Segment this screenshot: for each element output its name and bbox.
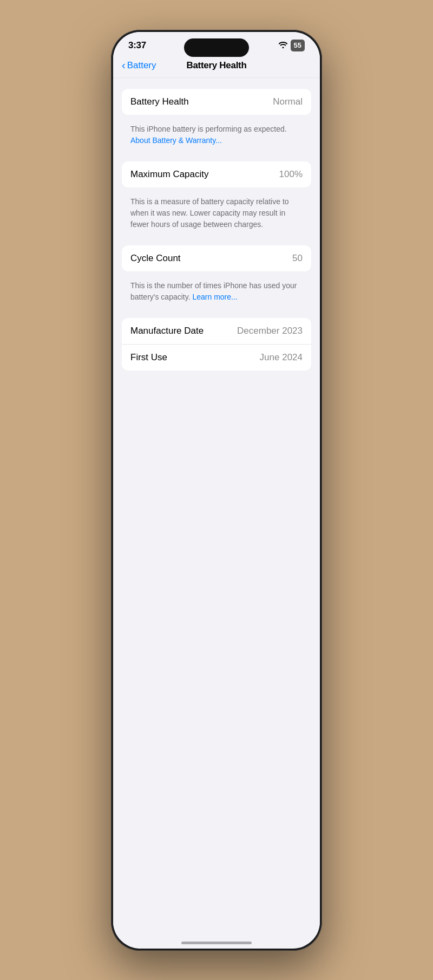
first-use-row: First Use June 2024 — [122, 344, 311, 371]
content-area: Battery Health Normal This iPhone batter… — [113, 78, 320, 935]
maximum-capacity-info-text: This is a measure of battery capacity re… — [130, 197, 289, 229]
page-title: Battery Health — [165, 60, 268, 71]
battery-health-label: Battery Health — [130, 96, 189, 107]
maximum-capacity-row: Maximum Capacity 100% — [122, 161, 311, 187]
dates-card: Manufacture Date December 2023 First Use… — [122, 318, 311, 371]
first-use-label: First Use — [130, 352, 167, 363]
phone-frame: 3:37 55 ‹ Battery Battery Health — [111, 30, 322, 951]
wifi-icon — [279, 41, 287, 50]
status-time: 3:37 — [128, 40, 146, 51]
maximum-capacity-value: 100% — [279, 169, 303, 180]
cycle-count-info: This is the number of times iPhone has u… — [122, 276, 311, 309]
nav-header: ‹ Battery Battery Health — [113, 56, 320, 78]
chevron-left-icon: ‹ — [122, 60, 126, 70]
battery-warranty-link[interactable]: About Battery & Warranty... — [130, 136, 222, 145]
maximum-capacity-label: Maximum Capacity — [130, 169, 209, 180]
phone-screen: 3:37 55 ‹ Battery Battery Health — [113, 32, 320, 949]
learn-more-link[interactable]: Learn more... — [192, 293, 237, 301]
battery-percentage: 55 — [291, 40, 305, 51]
battery-health-info: This iPhone battery is performing as exp… — [122, 119, 311, 153]
cycle-count-value: 50 — [292, 253, 303, 264]
battery-health-value: Normal — [273, 96, 303, 107]
first-use-value: June 2024 — [260, 352, 303, 363]
maximum-capacity-info: This is a measure of battery capacity re… — [122, 192, 311, 237]
battery-health-info-text: This iPhone battery is performing as exp… — [130, 125, 287, 133]
dynamic-island — [184, 38, 249, 57]
back-button[interactable]: ‹ Battery — [122, 60, 165, 71]
battery-health-card: Battery Health Normal — [122, 89, 311, 115]
cycle-count-card: Cycle Count 50 — [122, 245, 311, 271]
cycle-count-row: Cycle Count 50 — [122, 245, 311, 271]
home-indicator — [181, 942, 252, 944]
status-right: 55 — [279, 40, 305, 51]
manufacture-date-row: Manufacture Date December 2023 — [122, 318, 311, 344]
manufacture-date-value: December 2023 — [237, 326, 303, 336]
battery-health-row: Battery Health Normal — [122, 89, 311, 115]
manufacture-date-label: Manufacture Date — [130, 326, 204, 336]
maximum-capacity-card: Maximum Capacity 100% — [122, 161, 311, 187]
back-label: Battery — [127, 60, 156, 71]
cycle-count-label: Cycle Count — [130, 253, 181, 264]
